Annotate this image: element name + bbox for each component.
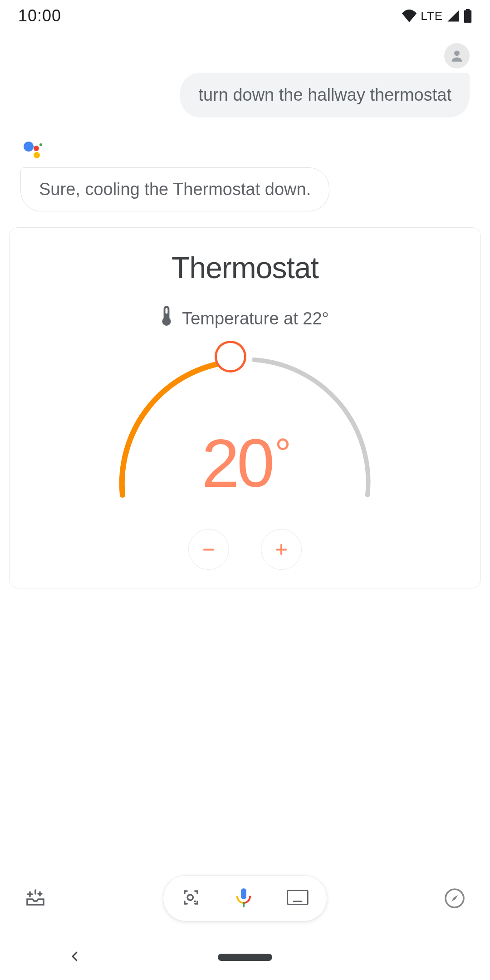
mic-icon xyxy=(233,887,255,908)
microphone-button[interactable] xyxy=(233,887,255,910)
svg-point-3 xyxy=(34,152,40,158)
svg-point-14 xyxy=(187,895,193,900)
status-indicators: LTE xyxy=(402,9,472,23)
lens-icon xyxy=(181,888,201,907)
keyboard-icon xyxy=(287,889,309,906)
svg-rect-8 xyxy=(280,544,282,555)
thermostat-status-row: Temperature at 22° xyxy=(23,306,467,332)
svg-point-4 xyxy=(39,143,42,146)
thermostat-card: Thermostat Temperature at 22° 20° xyxy=(9,227,481,588)
updates-button[interactable] xyxy=(23,886,48,911)
cellular-icon xyxy=(446,10,460,22)
assistant-logo-icon xyxy=(24,140,44,160)
svg-point-15 xyxy=(194,900,196,902)
back-button[interactable] xyxy=(68,950,82,965)
svg-rect-16 xyxy=(241,888,246,899)
battery-icon xyxy=(464,9,472,23)
svg-point-0 xyxy=(454,50,460,56)
keyboard-button[interactable] xyxy=(287,889,309,907)
explore-button[interactable] xyxy=(442,886,467,911)
thermometer-icon xyxy=(161,306,172,332)
adjust-row xyxy=(23,529,467,570)
thermostat-title: Thermostat xyxy=(23,250,467,285)
increase-button[interactable] xyxy=(261,529,302,570)
system-nav-bar xyxy=(0,935,490,980)
fade-overlay xyxy=(0,804,490,822)
svg-point-1 xyxy=(24,142,34,152)
svg-rect-6 xyxy=(203,549,214,551)
user-message-bubble: turn down the hallway thermostat xyxy=(180,73,470,118)
bottom-action-area xyxy=(0,804,490,980)
conversation-area: turn down the hallway thermostat Sure, c… xyxy=(0,32,490,588)
inbox-sparkle-icon xyxy=(24,887,46,909)
assistant-message-bubble: Sure, cooling the Thermostat down. xyxy=(20,167,329,211)
network-label: LTE xyxy=(421,9,443,23)
thermostat-status-label: Temperature at 22° xyxy=(182,309,329,328)
compass-icon xyxy=(444,887,466,909)
thermostat-dial[interactable] xyxy=(104,341,386,509)
status-bar: 10:00 LTE xyxy=(0,0,490,32)
person-icon xyxy=(449,48,465,64)
lens-button[interactable] xyxy=(181,888,201,909)
svg-rect-5 xyxy=(166,308,168,314)
user-avatar[interactable] xyxy=(444,43,470,69)
minus-icon xyxy=(201,541,217,558)
decrease-button[interactable] xyxy=(188,529,229,570)
plus-icon xyxy=(273,541,289,558)
wifi-icon xyxy=(402,10,417,22)
chevron-left-icon xyxy=(68,950,82,963)
home-pill[interactable] xyxy=(218,954,272,961)
svg-rect-18 xyxy=(288,891,308,905)
degree-symbol: ° xyxy=(274,431,288,476)
input-pill xyxy=(163,876,327,921)
dial-handle[interactable] xyxy=(215,341,246,372)
status-time: 10:00 xyxy=(18,6,61,25)
user-message-row: turn down the hallway thermostat xyxy=(0,32,490,118)
svg-point-2 xyxy=(34,146,39,151)
assistant-bottom-bar xyxy=(0,862,490,935)
